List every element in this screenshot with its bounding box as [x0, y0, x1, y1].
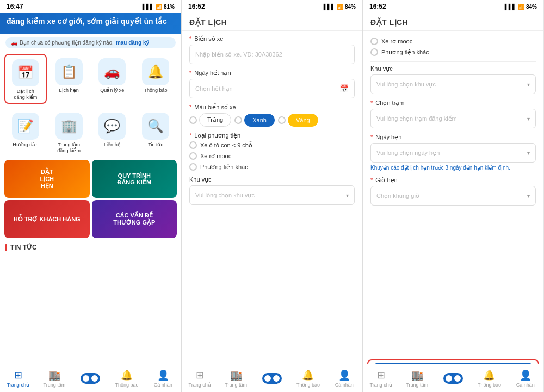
khu-vuc-select-3[interactable]: Vui lòng chọn khu vực ▾	[370, 74, 536, 94]
phone-2: 16:52 ▌▌▌ 📶 84% ĐẶT LỊCH * Biển số xe Nh…	[181, 0, 362, 392]
dat-lich-title-2: ĐẶT LỊCH	[189, 18, 227, 27]
color-white-btn[interactable]: Trắng	[199, 113, 231, 127]
nav-thong-bao-1[interactable]: 🔔 Thông báo	[109, 364, 145, 392]
gio-hen-select[interactable]: Chọn khung giờ ▾	[370, 186, 536, 206]
loai-xe-o-to-row[interactable]: Xe ô tô con < 9 chỗ	[189, 141, 355, 149]
radio-blue[interactable]	[234, 116, 242, 124]
huong-dan-label: Hướng dẫn	[13, 142, 38, 148]
chon-tram-group: * Chọn trạm Vui lòng chọn trạm đăng kiểm…	[370, 99, 536, 128]
notice-text: Bạn chưa có phương tiện đăng ký nào,	[20, 40, 114, 46]
nav-main-1[interactable]	[72, 364, 109, 392]
trang-chu-icon-2: ⊞	[196, 369, 204, 381]
nav-thong-bao-3[interactable]: 🔔 Thông báo	[471, 364, 507, 392]
banner-dat-lich-hen[interactable]: ĐẶTLỊCHHẸN	[4, 160, 90, 198]
thong-bao-label: Thông báo	[144, 88, 168, 94]
trang-chu-label-2: Trang chủ	[189, 382, 211, 388]
advice-text: Khuyến cáo đặt lịch hẹn trước 3 ngày đến…	[370, 164, 536, 171]
trung-tam-nav-icon-2: 🏬	[230, 369, 242, 381]
bien-so-xe-input[interactable]: Nhập biển số xe. VD: 30A38362	[189, 45, 355, 64]
nav-trang-chu-1[interactable]: ⊞ Trang chủ	[0, 364, 36, 392]
nav-trung-tam-1[interactable]: 🏬 Trung tâm	[36, 364, 73, 392]
mau-bien-so-label: * Màu biển số xe	[189, 104, 355, 111]
radio-xe-o-to[interactable]	[189, 141, 197, 149]
huong-dan-icon: 📝	[12, 113, 39, 140]
trung-tam-label: Trung tâmđăng kiểm	[57, 142, 81, 154]
ca-nhan-icon-2: 👤	[338, 369, 350, 381]
required-star-2: *	[189, 70, 191, 76]
nav-trang-chu-2[interactable]: ⊞ Trang chủ	[182, 364, 218, 392]
phuong-tien-khac-label: Phương tiện khác	[200, 164, 248, 171]
khu-vuc-group-2: Khu vực Vui lòng chọn khu vực ▾	[189, 176, 355, 205]
nav-thong-bao-2[interactable]: 🔔 Thông báo	[290, 364, 326, 392]
nav-main-2[interactable]	[254, 364, 290, 392]
trung-tam-nav-label-1: Trung tâm	[44, 382, 66, 388]
grid-item-huong-dan[interactable]: 📝 Hướng dẫn	[4, 108, 47, 156]
radio-yellow[interactable]	[278, 116, 286, 124]
color-yellow-btn[interactable]: Vàng	[288, 114, 318, 127]
xe-ro-mooc-label: Xe rơ mooc	[200, 153, 231, 160]
color-blue-btn[interactable]: Xanh	[244, 114, 275, 127]
nav-trang-chu-3[interactable]: ⊞ Trang chủ	[363, 364, 399, 392]
banner-cac-van-de[interactable]: CÁC VẤN ĐỀTHƯỜNG GẶP	[92, 200, 177, 238]
grid-item-lich-hen[interactable]: 📋 Lịch hẹn	[48, 54, 90, 104]
nav-main-3[interactable]	[435, 364, 471, 392]
grid-item-trung-tam[interactable]: 🏢 Trung tâmđăng kiểm	[48, 108, 90, 156]
ngay-het-han-input[interactable]: Chọn hết hạn 📅	[189, 79, 355, 98]
grid-item-lien-he[interactable]: 💬 Liên hệ	[91, 108, 134, 156]
thong-bao-nav-label-1: Thông báo	[115, 382, 139, 388]
nav-trung-tam-2[interactable]: 🏬 Trung tâm	[218, 364, 254, 392]
radio-xe-ro-mooc[interactable]	[189, 152, 197, 160]
nav-ca-nhan-3[interactable]: 👤 Cá nhân	[508, 364, 543, 392]
wifi-icon-3: 📶	[518, 4, 524, 10]
phone1-header: đăng kiểm xe cơ giới, sớm giải quyết ùn …	[0, 13, 181, 34]
radio-xe-ro-mooc-top[interactable]	[370, 38, 378, 45]
trung-tam-nav-icon-1: 🏬	[48, 369, 60, 381]
xe-ro-mooc-top-row[interactable]: Xe rơ mooc	[370, 38, 536, 45]
quan-ly-xe-label: Quản lý xe	[100, 88, 124, 94]
top-radio-options: Xe rơ mooc Phương tiện khác	[370, 38, 536, 56]
mau-bien-so-group: * Màu biển số xe Trắng Xanh Vàng	[189, 104, 355, 127]
banner-ho-tro[interactable]: HỖ TRỢ KHÁCH HÀNG	[4, 200, 90, 238]
phuong-tien-khac-top-row[interactable]: Phương tiện khác	[370, 48, 536, 56]
ngay-hen-label: * Ngày hẹn	[370, 134, 536, 141]
tin-tuc-grid-label: Tin tức	[148, 142, 163, 148]
ca-nhan-icon-1: 👤	[157, 369, 169, 381]
grid-item-dat-lich[interactable]: 📅 Đặt lịchđăng kiểm	[4, 54, 47, 104]
khu-vuc-select-2[interactable]: Vui lòng chọn khu vực ▾	[189, 185, 355, 205]
nav-ca-nhan-1[interactable]: 👤 Cá nhân	[145, 364, 181, 392]
radio-phuong-tien-khac-top[interactable]	[370, 48, 378, 56]
ngay-hen-select[interactable]: Vui lòng chọn ngày hẹn ▾	[370, 143, 536, 163]
chon-tram-select[interactable]: Vui lòng chọn trạm đăng kiểm ▾	[370, 109, 536, 128]
grid-item-tin-tuc-grid[interactable]: 🔍 Tin tức	[134, 108, 177, 156]
khu-vuc-label-2: Khu vực	[189, 176, 355, 183]
required-star-7: *	[370, 177, 373, 183]
trung-tam-nav-label-3: Trung tâm	[406, 382, 428, 388]
nav-trung-tam-3[interactable]: 🏬 Trung tâm	[399, 364, 435, 392]
dat-lich-header-2: ĐẶT LỊCH	[182, 13, 362, 31]
lien-he-label: Liên hệ	[104, 142, 121, 148]
khu-vuc-label-3: Khu vực	[370, 65, 536, 72]
ngay-het-han-label: * Ngày hết hạn	[189, 70, 355, 77]
chevron-down-icon-5: ▾	[527, 150, 530, 156]
grid-item-quan-ly-xe[interactable]: 🚗 Quản lý xe	[91, 54, 134, 104]
loai-phuong-tien-khac-row[interactable]: Phương tiện khác	[189, 163, 355, 171]
notice-link[interactable]: mau đăng ký	[116, 40, 149, 46]
ca-nhan-label-3: Cá nhân	[516, 382, 535, 388]
binoculars-icon-1	[81, 373, 100, 384]
khu-vuc-placeholder-3: Vui lòng chọn khu vực	[376, 81, 436, 88]
ngay-hen-placeholder: Vui lòng chọn ngày hẹn	[376, 150, 440, 157]
section-divider-1	[370, 61, 536, 62]
chevron-down-icon-6: ▾	[527, 193, 530, 199]
radio-white[interactable]	[189, 116, 197, 124]
loai-xe-ro-mooc-row[interactable]: Xe rơ mooc	[189, 152, 355, 160]
ca-nhan-label-1: Cá nhân	[154, 382, 172, 388]
banner-quy-trinh[interactable]: QUY TRÌNHĐĂNG KIỂM	[92, 160, 177, 198]
radio-phuong-tien-khac[interactable]	[189, 163, 197, 171]
grid-item-thong-bao[interactable]: 🔔 Thông báo	[134, 54, 177, 104]
battery-2: 84%	[345, 4, 356, 10]
trung-tam-nav-label-2: Trung tâm	[225, 382, 247, 388]
tin-tuc-bar	[5, 244, 7, 251]
nav-ca-nhan-2[interactable]: 👤 Cá nhân	[326, 364, 362, 392]
signal-icon-1: ▌▌▌	[143, 4, 154, 10]
lien-he-icon: 💬	[98, 113, 126, 140]
